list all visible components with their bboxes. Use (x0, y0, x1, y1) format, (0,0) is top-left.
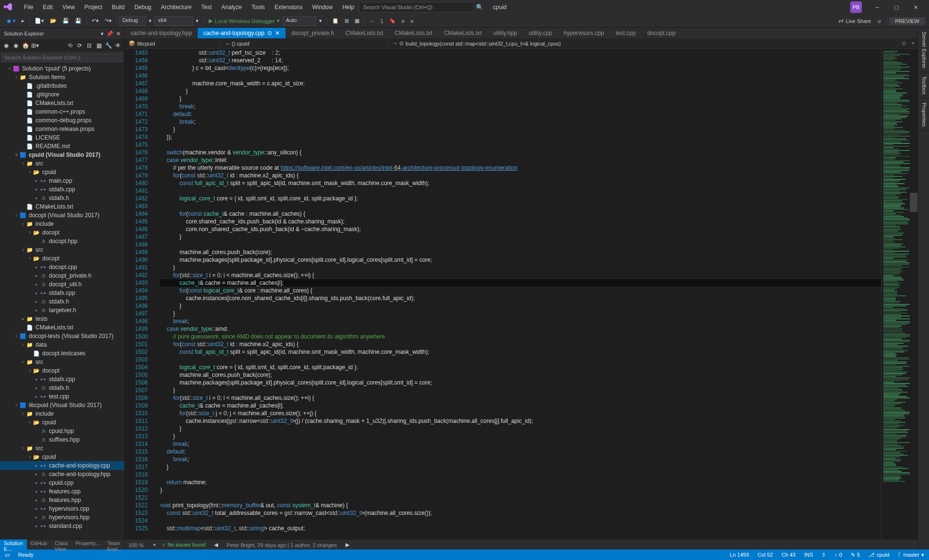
tree-item[interactable]: 📄docopt.testcases (0, 349, 124, 358)
editor-tab[interactable]: cache-and-topology.cpp ⊙ ✕ (198, 28, 286, 38)
expand-icon[interactable]: ▿ (13, 213, 19, 218)
menu-analyze[interactable]: Analyze (216, 4, 247, 11)
redo-icon[interactable]: ↷▾ (102, 18, 115, 24)
split-icon[interactable]: ⊞ (899, 40, 909, 47)
tree-item[interactable]: ▿🟦libcpuid (Visual Studio 2017) (0, 401, 124, 409)
expand-icon[interactable]: ▸ (34, 291, 39, 295)
tree-item[interactable]: ▿📂docopt (0, 366, 124, 375)
tree-item[interactable]: ▿📁src (0, 245, 124, 254)
tree-item[interactable]: ▿📁data (0, 340, 124, 349)
expand-icon[interactable]: ▸ (34, 394, 39, 399)
issues-status[interactable]: ✓ No issues found (162, 542, 205, 548)
zoom-combo[interactable]: 100 % (129, 542, 143, 548)
editor-tab[interactable]: docopt_private.h (286, 28, 340, 38)
editor-tab[interactable]: utility.hpp (488, 28, 523, 38)
bookmark-icon[interactable]: 🔖 (386, 18, 399, 24)
expand-icon[interactable]: ▿ (13, 334, 19, 338)
start-debug-button[interactable]: ▶ Local Windows Debugger ▾ (206, 18, 282, 24)
back-icon[interactable]: ◉ (2, 41, 11, 50)
editor-tab[interactable]: cache-and-topology.hpp (125, 28, 198, 38)
tree-item[interactable]: ▸++stdafx.cpp (0, 185, 124, 194)
menu-window[interactable]: Window (308, 4, 338, 11)
fwd-icon[interactable]: ◉ (12, 41, 20, 50)
expand-icon[interactable]: ▸ (20, 316, 26, 321)
expand-icon[interactable]: ▿ (27, 420, 33, 425)
vertical-scrollbar[interactable] (910, 49, 917, 540)
comment-icon[interactable]: ≡ (399, 18, 407, 24)
save-all-icon[interactable]: 💾 (72, 18, 84, 24)
expand-icon[interactable]: ▸ (34, 480, 39, 485)
show-all-icon[interactable]: ▦ (95, 41, 103, 50)
right-tab-properties[interactable]: Properties (918, 99, 929, 131)
tree-item[interactable]: ▸++hypervisors.cpp (0, 504, 124, 513)
tree-item[interactable]: ▸++test.cpp (0, 392, 124, 401)
home-icon[interactable]: 🏠 (21, 41, 30, 50)
expand-icon[interactable]: ▸ (34, 308, 39, 313)
tree-item[interactable]: 📄CMakeLists.txt (0, 202, 124, 211)
quick-search-input[interactable]: Search Visual Studio (Ctrl+Q) (359, 2, 474, 12)
process-icon[interactable]: 📋 (329, 18, 342, 24)
expand-icon[interactable]: ▸ (34, 524, 39, 528)
menu-view[interactable]: View (58, 4, 80, 11)
search-icon[interactable]: 🔍 (476, 4, 483, 11)
pin-icon[interactable]: 📌 (107, 31, 113, 37)
tree-item[interactable]: ▿🟦cpuid (Visual Studio 2017) (0, 151, 124, 159)
properties-icon[interactable]: 🔧 (104, 41, 113, 50)
minimize-button[interactable]: ─ (868, 4, 887, 10)
expand-icon[interactable]: ▿ (20, 161, 26, 166)
tree-item[interactable]: ▸++docopt.cpp (0, 263, 124, 271)
expand-icon[interactable]: ▸ (34, 187, 39, 192)
branch-label[interactable]: ᚶ master ▾ (898, 552, 924, 558)
codelens-author[interactable]: Peter Bright, 29 days ago | 1 author, 2 … (226, 542, 337, 548)
expand-icon[interactable]: ▸ (34, 282, 39, 287)
tree-item[interactable]: ▸++cache-and-topology.cpp (0, 461, 124, 470)
save-icon[interactable]: 💾 (60, 18, 72, 24)
output-icon[interactable]: ▭ (5, 552, 10, 558)
switch-view-icon[interactable]: ⊞▾ (31, 41, 39, 50)
menu-extensions[interactable]: Extensions (270, 4, 308, 11)
expand-icon[interactable]: ▿ (7, 66, 12, 71)
tree-item[interactable]: .hsuffixes.hpp (0, 435, 124, 444)
tree-item[interactable]: ▿📂cpuid (0, 168, 124, 176)
expand-icon[interactable]: ▸ (34, 498, 39, 502)
editor-tab[interactable]: test.cpp (610, 28, 642, 38)
expand-icon[interactable]: ▸ (34, 377, 39, 382)
tree-item[interactable]: ▿🟪Solution 'cpuid' (5 projects) (0, 64, 124, 73)
tree-item[interactable]: 📄LICENSE (0, 133, 124, 142)
expand-icon[interactable]: ▸ (34, 515, 39, 520)
panel-tab[interactable]: GitHub (27, 539, 51, 549)
menu-file[interactable]: File (19, 4, 38, 11)
tree-item[interactable]: ▸++stdafx.cpp (0, 375, 124, 384)
debug-mode-combo[interactable]: Auto (283, 16, 316, 26)
tree-item[interactable]: ▿📁src (0, 444, 124, 453)
panel-tab[interactable]: Solution E... (0, 539, 27, 549)
expand-icon[interactable]: ▿ (20, 446, 26, 451)
thread-icon[interactable]: ⊞ (342, 18, 352, 24)
stack-icon[interactable]: ▦ (352, 18, 362, 24)
publish-icon[interactable]: ⇪ (822, 552, 826, 558)
tree-item[interactable]: 📄CMakeLists.txt (0, 99, 124, 107)
tree-item[interactable]: ▿📁src (0, 358, 124, 366)
prev-issue-icon[interactable]: ◀ (211, 542, 221, 548)
next-issue-icon[interactable]: ▶ (343, 542, 352, 548)
undo-icon[interactable]: ↶▾ (89, 18, 102, 24)
expand-icon[interactable]: ▿ (20, 411, 26, 416)
tree-item[interactable]: ▸.hhypervisors.hpp (0, 513, 124, 522)
tree-item[interactable]: .hcpuid.hpp (0, 427, 124, 435)
nav-back-icon[interactable]: ◉ ▾ (4, 18, 19, 24)
pending-changes[interactable]: ✎ 5 (851, 552, 860, 558)
tree-item[interactable]: 📄common-debug.props (0, 116, 124, 125)
config-combo[interactable]: Debug (119, 16, 146, 26)
user-avatar[interactable]: PB (850, 1, 862, 13)
menu-debug[interactable]: Debug (130, 4, 156, 11)
tree-item[interactable]: ▸++cpuid.cpp (0, 478, 124, 487)
editor-tab[interactable]: CMakeLists.txt (389, 28, 439, 38)
tree-item[interactable]: 📄CMakeLists.txt (0, 323, 124, 332)
collapse-icon[interactable]: ⊟ (85, 41, 94, 50)
repo-label[interactable]: ⎇ cpuid (869, 552, 889, 558)
tree-item[interactable]: ▿📁Solution Items (0, 73, 124, 82)
tree-item[interactable]: ▿📁src (0, 159, 124, 168)
pin-icon[interactable]: ⊙ (267, 30, 272, 36)
expand-icon[interactable]: ▿ (27, 230, 33, 235)
tree-item[interactable]: ▸.hstdafx.h (0, 384, 124, 392)
